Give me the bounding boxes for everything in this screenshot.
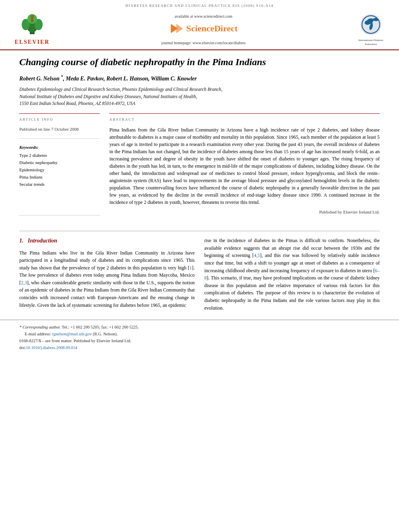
published-by: Published by Elsevier Ireland Ltd.: [109, 209, 380, 216]
sd-text: ScienceDirect: [186, 22, 238, 35]
body-col-right: rise in the incidence of diabetes in the…: [204, 237, 380, 312]
tel: Tel.: +1 602 200 5205; fax: +1 602 200 5…: [62, 325, 139, 329]
body-columns: 1. Introduction The Pima Indians who liv…: [0, 231, 399, 320]
corresponding-author: * Corresponding author. Tel.: +1 602 200…: [19, 324, 380, 331]
intro-heading: 1. Introduction: [19, 237, 195, 245]
elsevier-brand-text: ELSEVIER: [15, 38, 50, 46]
abstract-title: ABSTRACT: [109, 117, 380, 122]
ref-4-5[interactable]: 4,5: [254, 253, 260, 258]
sciencedirect-logo: ScienceDirect: [169, 21, 238, 36]
svg-point-5: [31, 15, 34, 18]
idf-text: International Diabetes Federation: [355, 38, 387, 46]
authors: Robert G. Nelson *, Meda E. Pavkov, Robe…: [19, 74, 380, 83]
license-line: 0168-8227/$ – see front matter. Publishe…: [19, 338, 380, 345]
doi-line: doi:10.1016/j.diabres.2008.09.014: [19, 345, 380, 351]
email-suffix: (R.G. Nelson).: [93, 332, 118, 336]
intro-right-text: rise in the incidence of diabetes in the…: [204, 237, 380, 312]
affiliation-line2: National Institute of Diabetes and Diges…: [19, 94, 197, 99]
doi-link[interactable]: 10.1016/j.diabres.2008.09.014: [26, 345, 77, 350]
elsevier-logo: ELSEVIER: [12, 13, 52, 46]
footer-notes: * Corresponding author. Tel.: +1 602 200…: [0, 320, 399, 357]
email-link[interactable]: rgnelson@mail.nih.gov: [52, 332, 92, 336]
idf-badge-icon: [357, 13, 385, 37]
keyword-item: Pima Indians: [19, 174, 100, 181]
article-info-title: ARTICLE INFO: [19, 117, 100, 122]
elsevier-tree-icon: [18, 13, 47, 37]
available-text: available at www.sciencedirect.com: [175, 14, 232, 20]
intro-left-text: The Pima Indians who live in the Gila Ri…: [19, 249, 195, 309]
affiliation-line1: Diabetes Epidemiology and Clinical Resea…: [19, 87, 222, 92]
affiliation-line3: 1550 East Indian School Road, Phoenix, A…: [19, 101, 135, 106]
keyword-item: Epidemiology: [19, 167, 100, 173]
abstract-text: Pima Indians from the Gila River Indian …: [109, 126, 380, 206]
ref-6-8[interactable]: 6–8: [204, 268, 380, 281]
cor-label: * Corresponding author.: [19, 325, 61, 329]
author-names: Robert G. Nelson *, Meda E. Pavkov, Robe…: [19, 76, 197, 82]
svg-marker-8: [176, 24, 183, 33]
keywords-label: Keywords:: [19, 144, 100, 151]
keyword-item: Diabetic nephropathy: [19, 160, 100, 166]
ref-1[interactable]: 1: [189, 265, 192, 271]
section-number: 1.: [19, 238, 24, 244]
journal-header: DIABETES RESEARCH AND CLINICAL PRACTICE …: [0, 0, 399, 50]
ref-2-3[interactable]: 2,3: [21, 280, 27, 286]
two-col-section: ARTICLE INFO Published on line 7 October…: [19, 113, 380, 216]
article-content: Changing course of diabetic nephropathy …: [0, 50, 399, 224]
email-label: E-mail address:: [25, 332, 51, 336]
keywords-list: Type 2 diabetes Diabetic nephropathy Epi…: [19, 152, 100, 188]
section-title: Introduction: [28, 238, 57, 244]
journal-homepage: journal homepage: www.elsevier.com/locat…: [161, 40, 245, 46]
header-logos: ELSEVIER available at www.sciencedirect.…: [8, 11, 391, 49]
center-logo: available at www.sciencedirect.com Scien…: [52, 14, 355, 46]
svg-rect-6: [31, 18, 33, 22]
page: DIABETES RESEARCH AND CLINICAL PRACTICE …: [0, 0, 399, 357]
affiliation: Diabetes Epidemiology and Clinical Resea…: [19, 86, 380, 107]
body-col-left: 1. Introduction The Pima Indians who liv…: [19, 237, 195, 312]
article-title: Changing course of diabetic nephropathy …: [19, 56, 380, 68]
pub-date: Published on line 7 October 2008: [19, 126, 100, 139]
journal-title-bar: DIABETES RESEARCH AND CLINICAL PRACTICE …: [8, 3, 391, 8]
article-info: ARTICLE INFO Published on line 7 October…: [19, 113, 100, 216]
idf-logo: International Diabetes Federation: [355, 13, 387, 46]
keyword-item: Secular trends: [19, 181, 100, 188]
keyword-item: Type 2 diabetes: [19, 152, 100, 159]
abstract-section: ABSTRACT Pima Indians from the Gila Rive…: [109, 113, 380, 216]
sciencedirect-icon: [169, 21, 185, 36]
doi-label: doi:: [19, 345, 26, 350]
email-line: E-mail address: rgnelson@mail.nih.gov (R…: [19, 331, 380, 338]
